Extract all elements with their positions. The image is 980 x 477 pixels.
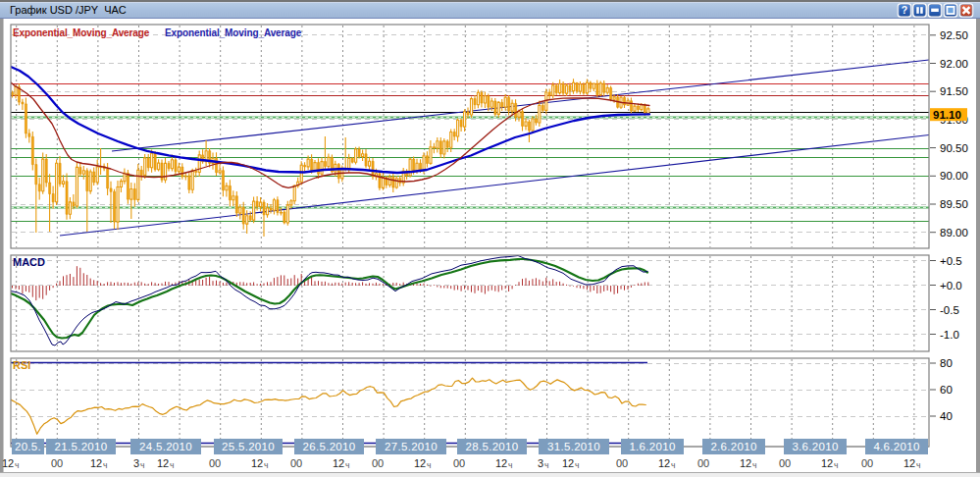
svg-text:12: 12 (821, 457, 833, 469)
svg-text:27.5.2010: 27.5.2010 (385, 441, 438, 452)
svg-text:RSI: RSI (13, 359, 30, 371)
svg-text:3: 3 (538, 457, 543, 469)
svg-text:12: 12 (740, 457, 751, 469)
svg-text:90.50: 90.50 (940, 142, 968, 154)
svg-text:ч: ч (103, 460, 107, 470)
svg-text:90.00: 90.00 (940, 170, 968, 182)
svg-text:ч: ч (508, 460, 512, 470)
svg-text:00: 00 (616, 457, 628, 469)
svg-text:00: 00 (861, 457, 873, 469)
svg-text:12: 12 (903, 457, 915, 469)
svg-text:00: 00 (290, 457, 302, 469)
svg-text:20.5.: 20.5. (15, 441, 41, 452)
svg-text:40: 40 (940, 410, 953, 422)
svg-text:ч: ч (834, 460, 838, 470)
svg-text:12: 12 (658, 457, 670, 469)
svg-text:24.5.2010: 24.5.2010 (139, 441, 192, 452)
svg-text:ч: ч (752, 460, 756, 470)
svg-text:00: 00 (372, 457, 384, 469)
svg-text:1.6.2010: 1.6.2010 (629, 441, 675, 452)
svg-text:График USD /JPY ЧАС: График USD /JPY ЧАС (10, 4, 127, 16)
svg-text:+0.5: +0.5 (940, 255, 962, 267)
svg-text:12: 12 (90, 457, 102, 469)
svg-text:ч: ч (15, 460, 19, 470)
svg-text:00: 00 (453, 457, 465, 469)
svg-text:ч: ч (575, 460, 579, 470)
svg-text:2.6.2010: 2.6.2010 (710, 441, 756, 452)
svg-text:25.5.2010: 25.5.2010 (222, 441, 275, 452)
svg-text:Exponential_Moving_Average: Exponential_Moving_Average (165, 27, 302, 38)
svg-text:ч: ч (544, 460, 548, 470)
svg-text:ч: ч (916, 460, 920, 470)
svg-text:3.6.2010: 3.6.2010 (792, 441, 838, 452)
svg-text:MACD: MACD (13, 256, 45, 268)
svg-text:91.10: 91.10 (933, 109, 961, 121)
svg-text:91.50: 91.50 (940, 85, 968, 97)
svg-text:ч: ч (264, 460, 268, 470)
svg-text:21.5.2010: 21.5.2010 (55, 441, 108, 452)
svg-text:ч: ч (170, 460, 174, 470)
svg-text:12: 12 (157, 457, 169, 469)
svg-text:12: 12 (251, 457, 263, 469)
svg-text:60: 60 (940, 384, 953, 396)
svg-text:00: 00 (779, 457, 791, 469)
svg-text:-0.5: -0.5 (940, 304, 959, 316)
svg-text:-1.0: -1.0 (940, 329, 959, 341)
svg-text:28.5.2010: 28.5.2010 (466, 441, 519, 452)
svg-text:31.5.2010: 31.5.2010 (547, 441, 600, 452)
svg-text:12: 12 (414, 457, 426, 469)
svg-text:92.50: 92.50 (940, 29, 968, 41)
svg-text:ч: ч (140, 460, 144, 470)
svg-text:00: 00 (209, 457, 221, 469)
svg-text:4.6.2010: 4.6.2010 (873, 441, 919, 452)
svg-text:89.50: 89.50 (940, 198, 968, 210)
svg-text:00: 00 (51, 457, 63, 469)
svg-text:ч: ч (345, 460, 349, 470)
svg-text:92.00: 92.00 (940, 58, 968, 70)
svg-text:12: 12 (2, 457, 14, 469)
svg-text:26.5.2010: 26.5.2010 (303, 441, 356, 452)
svg-text:12: 12 (333, 457, 344, 469)
svg-text:12: 12 (562, 457, 574, 469)
svg-text:00: 00 (697, 457, 709, 469)
svg-text:ч: ч (427, 460, 431, 470)
svg-text:+0.0: +0.0 (940, 280, 962, 292)
svg-text:ч: ч (671, 460, 675, 470)
svg-text:Exponential_Moving_Average: Exponential_Moving_Average (13, 27, 150, 38)
svg-text:12: 12 (495, 457, 507, 469)
svg-text:89.00: 89.00 (940, 227, 968, 238)
svg-text:?: ? (902, 4, 907, 16)
svg-text:80: 80 (940, 357, 953, 369)
svg-text:3: 3 (133, 457, 139, 469)
